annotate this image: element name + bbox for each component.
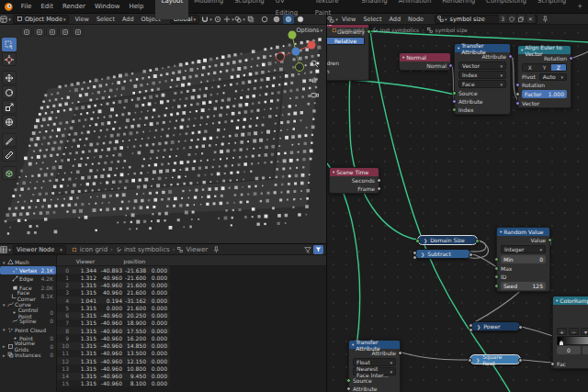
normal[interactable]: ▾NormalNormal [399, 52, 451, 71]
random-value[interactable]: ▾Random ValueValueInteger▾Min0MaxIDSeed1… [496, 227, 550, 292]
collapse-icon[interactable]: ▾ [402, 55, 404, 60]
dropdown-index[interactable]: Index▾ [458, 71, 506, 79]
socket-int[interactable] [494, 257, 499, 262]
viewport-menu-view[interactable]: View [71, 16, 92, 23]
table-row[interactable]: 11.31240.960-21.6000.000 [57, 274, 170, 281]
dropdown-nearestfaceinter[interactable]: Nearest Face Inter...▾ [353, 367, 396, 375]
tab-texture-paint[interactable]: Texture Paint [310, 0, 356, 19]
square-root[interactable]: ❯Square Root [469, 354, 521, 364]
sidebar-item-control-point[interactable]: Control Point0 [0, 308, 56, 317]
ramp-stop-marker[interactable] [560, 341, 563, 345]
viewport-menu-add[interactable]: Add [119, 16, 138, 23]
tool-tweak-select[interactable] [2, 38, 17, 51]
tab-compositing[interactable]: Compositing [481, 0, 532, 19]
socket-geo[interactable] [415, 239, 420, 243]
socket-int[interactable] [475, 239, 480, 243]
random-value-header[interactable]: ▾Random Value [497, 228, 549, 236]
table-row[interactable]: 141.315-40.9609.4500.000 [57, 373, 170, 380]
scene-time[interactable]: ▾Scene TimeSecondsFrame [329, 167, 379, 194]
socket-val[interactable] [518, 358, 523, 363]
viewport-menu-select[interactable]: Select [93, 16, 119, 23]
socket-int[interactable] [452, 107, 457, 112]
data-source-dropdown[interactable]: Viewer Node▾ [13, 245, 66, 254]
table-row[interactable]: 71.315-40.96018.9000.000 [57, 319, 170, 327]
tool-add-cube[interactable] [2, 166, 17, 180]
transfer-attribute-header[interactable]: ▾Transfer Attribute [455, 44, 510, 52]
option-relative[interactable]: Relative [327, 38, 364, 44]
tab-animation[interactable]: Animation [393, 0, 437, 19]
socket-val[interactable] [398, 351, 402, 355]
filter-funnel-icon[interactable] [304, 246, 311, 253]
socket-geo[interactable] [346, 378, 351, 383]
align-euler-to-vector-header[interactable]: ▾Align Euler to Vector [518, 46, 571, 54]
socket-vec[interactable] [515, 101, 520, 106]
tool-annotate[interactable] [2, 133, 17, 147]
expand-icon[interactable]: ❯ [477, 324, 481, 330]
breadcrumb-item[interactable]: icon grid [80, 246, 107, 253]
table-row[interactable]: 61.315-40.96020.2500.000 [57, 312, 170, 319]
option-x[interactable]: X [523, 64, 537, 71]
socket-vec[interactable] [448, 63, 453, 68]
collapse-icon[interactable]: ▾ [500, 230, 502, 234]
transfer-attribute-2-header[interactable]: ▾Transfer Attribute [349, 341, 400, 349]
expand-icon[interactable]: ❯ [424, 238, 427, 243]
toggle-parents-icon[interactable] [33, 27, 45, 37]
add-workspace-button[interactable]: + [571, 3, 588, 10]
table-row[interactable]: 111.315-40.96013.5000.000 [57, 350, 170, 357]
tab-sculpting[interactable]: Sculpting [229, 0, 270, 19]
socket-int[interactable] [494, 266, 499, 271]
table-row[interactable]: 121.315-40.96012.1500.000 [57, 357, 170, 364]
column-viewer[interactable]: Viewer [72, 258, 99, 264]
tool-transform[interactable] [2, 115, 17, 129]
option-y[interactable]: Y [537, 64, 552, 71]
sidebar-item-mesh[interactable]: ▾Mesh [0, 258, 56, 266]
socket-val[interactable] [377, 186, 381, 191]
breadcrumb-item[interactable]: symbol size [435, 27, 468, 33]
stop-position-field[interactable] [582, 346, 588, 354]
tool-move[interactable] [2, 71, 17, 84]
subtract[interactable]: ❯Subtract [414, 249, 471, 259]
toggle-constraints-icon[interactable] [59, 27, 71, 37]
socket-val[interactable] [469, 252, 473, 257]
socket-int[interactable] [494, 284, 499, 288]
color-ramp-gradient[interactable] [557, 336, 588, 345]
tab-scripting[interactable]: Scripting [532, 0, 571, 19]
ramp-options-dropdown[interactable]: ▾ [581, 328, 588, 335]
socket-int[interactable] [494, 274, 499, 279]
socket-val[interactable] [518, 325, 523, 330]
remove-stop-button[interactable]: − [569, 328, 579, 335]
table-row[interactable]: 91.315-40.96016.2000.000 [57, 334, 170, 342]
camera-view-icon[interactable] [311, 91, 319, 99]
socket-val[interactable] [413, 255, 417, 260]
tool-scale[interactable] [2, 100, 17, 114]
stop-index-field[interactable]: 0 [557, 346, 581, 354]
zoom-icon[interactable] [311, 60, 319, 68]
pin-icon[interactable] [212, 246, 220, 253]
menu-file[interactable]: File [17, 0, 37, 14]
toggle-modifiers-icon[interactable] [46, 27, 58, 37]
socket-val[interactable] [468, 358, 472, 363]
table-row[interactable]: 41.0410.194-31.1620.000 [57, 297, 170, 304]
filter-toggle-button[interactable] [313, 245, 323, 254]
socket-int[interactable] [548, 238, 552, 242]
collapse-icon[interactable]: ▾ [352, 342, 354, 347]
socket-vec[interactable] [452, 99, 457, 104]
options-dropdown[interactable]: Options▾ [296, 27, 322, 34]
socket-geo[interactable] [452, 91, 457, 95]
sidebar-item-face-corner[interactable]: Face Corner8.1K [0, 292, 56, 300]
socket-vec[interactable] [569, 56, 573, 61]
menu-render[interactable]: Render [58, 0, 90, 14]
node-canvas[interactable]: ▾Collection InfoGeometryOriginalRelative… [327, 14, 588, 392]
number-field[interactable]: Factor1.000 [522, 90, 567, 98]
socket-val[interactable] [346, 386, 351, 391]
table-row[interactable]: 31.31540.96021.6000.000 [57, 289, 170, 297]
power[interactable]: ❯Power [470, 321, 521, 331]
mode-dropdown[interactable]: Object Mode▾ [13, 15, 69, 24]
toggle-collections-icon[interactable] [72, 27, 84, 37]
transfer-attribute[interactable]: ▾Transfer AttributeAttributeVector▾Index… [454, 43, 511, 115]
tool-measure[interactable] [2, 148, 17, 162]
socket-val[interactable] [469, 328, 473, 332]
table-row[interactable]: 01.344-40.893-21.6380.000 [57, 266, 170, 274]
dropdown-vector[interactable]: Vector▾ [458, 62, 506, 70]
collapse-icon[interactable]: ▾ [333, 170, 334, 174]
